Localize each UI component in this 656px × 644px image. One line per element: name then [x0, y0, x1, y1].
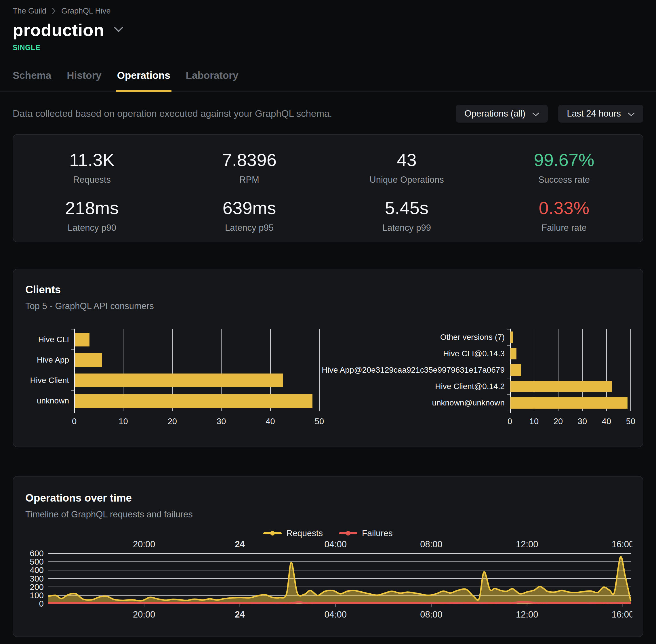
gridline — [319, 329, 320, 411]
x-axis-tick-label: 40 — [265, 417, 275, 426]
y-axis-tick-label: 400 — [30, 566, 44, 575]
stat-label: RPM — [171, 175, 328, 185]
stat-latency-p90: 218ms Latency p90 — [13, 198, 171, 233]
axis-tick — [507, 378, 510, 378]
operations-title: Operations over time — [25, 492, 631, 504]
page-header: The Guild GraphQL Hive production SINGLE — [0, 0, 656, 52]
period-filter-label: Last 24 hours — [567, 109, 621, 119]
stat-value: 639ms — [171, 198, 328, 218]
operations-toolbar: Data collected based on operation execut… — [13, 105, 643, 122]
tab-bar: Schema History Operations Laboratory — [0, 70, 656, 92]
bar-category-label: Hive Client@0.14.2 — [326, 378, 510, 394]
x-axis-bottom-label: 16:00 — [612, 610, 632, 620]
bar-category-label: Hive App@20e3129caa921c35e9979631e17a067… — [326, 362, 510, 378]
x-axis-tick-label: 50 — [626, 417, 635, 426]
bar — [75, 332, 90, 346]
chevron-down-icon — [532, 109, 539, 119]
chevron-down-icon — [628, 109, 635, 119]
requests-area — [48, 557, 631, 604]
bar — [510, 397, 628, 409]
x-axis-top-label: 20:00 — [133, 539, 155, 549]
bar-category-label: unknown@unknown — [326, 394, 510, 411]
bar — [510, 348, 516, 360]
stat-label: Unique Operations — [328, 175, 485, 185]
period-filter-dropdown[interactable]: Last 24 hours — [558, 105, 643, 122]
stat-value: 218ms — [13, 198, 171, 218]
x-axis-tick-label: 20 — [554, 417, 563, 426]
failures-line — [48, 602, 631, 603]
x-axis-tick-label: 50 — [315, 417, 324, 426]
marker-dot — [270, 531, 275, 535]
tab-history[interactable]: History — [67, 70, 101, 92]
stat-value: 99.67% — [485, 150, 643, 170]
x-axis-top-label: 04:00 — [324, 539, 347, 549]
page-title: production — [13, 20, 104, 40]
x-axis-tick-label: 30 — [217, 417, 226, 426]
stat-failure-rate: 0.33% Failure rate — [485, 198, 643, 233]
target-selector[interactable]: production — [13, 20, 643, 40]
marker-dot — [346, 531, 350, 535]
y-axis-tick-label: 600 — [30, 549, 44, 558]
x-axis-tick-label: 10 — [530, 417, 539, 426]
bar-chart-plot — [74, 329, 319, 411]
clients-subtitle: Top 5 - GraphQL API consumers — [25, 301, 631, 312]
bar-category-label: Hive Client — [25, 370, 74, 390]
axis-tick — [507, 345, 510, 346]
breadcrumb-org-link[interactable]: The Guild — [13, 7, 46, 16]
target-type-badge: SINGLE — [13, 43, 643, 52]
legend-item-requests[interactable]: Requests — [263, 528, 323, 538]
axis-tick — [71, 370, 74, 370]
axis-tick — [71, 349, 74, 350]
stat-label: Failure rate — [485, 223, 643, 233]
stat-value: 0.33% — [485, 198, 643, 218]
stat-label: Latency p95 — [171, 223, 328, 233]
operations-subtitle: Timeline of GraphQL requests and failure… — [25, 509, 631, 520]
x-axis-labels: 01020304050 — [510, 415, 631, 428]
breadcrumb-project-link[interactable]: GraphQL Hive — [61, 7, 111, 16]
y-axis-tick-label: 200 — [30, 582, 44, 592]
stat-value: 11.3K — [13, 150, 171, 170]
tab-schema[interactable]: Schema — [13, 70, 51, 92]
x-axis-tick-label: 20 — [168, 417, 177, 426]
legend-item-failures[interactable]: Failures — [339, 528, 393, 538]
bar-category-label: Hive CLI — [25, 329, 74, 350]
y-axis-tick-label: 500 — [30, 557, 44, 566]
stats-panel: 11.3K Requests 7.8396 RPM 43 Unique Oper… — [13, 134, 643, 242]
bar-chart-plot — [510, 329, 631, 411]
x-axis-top-label: 16:00 — [612, 539, 632, 549]
stat-requests: 11.3K Requests — [13, 150, 171, 185]
failures-series-marker-icon — [339, 532, 357, 534]
clients-title: Clients — [25, 284, 631, 296]
x-axis-tick-label: 30 — [578, 417, 587, 426]
timeline-svg: 010020030040050060020:0020:00242404:0004… — [25, 539, 632, 622]
axis-tick — [71, 411, 74, 411]
tab-operations[interactable]: Operations — [117, 70, 170, 92]
axis-tick — [507, 411, 510, 411]
filters: Operations (all) Last 24 hours — [456, 105, 643, 122]
bar — [510, 381, 612, 392]
x-axis-tick-label: 0 — [72, 417, 76, 426]
bar-category-label: Other versions (7) — [326, 329, 510, 346]
axis-tick — [71, 390, 74, 391]
bar-category-label: unknown — [25, 390, 74, 411]
bar-category-label: Hive CLI@0.14.3 — [326, 346, 510, 362]
bar-category-label: Hive App — [25, 350, 74, 370]
stat-value: 5.45s — [328, 198, 485, 218]
tab-laboratory[interactable]: Laboratory — [186, 70, 238, 92]
timeline-legend: Requests Failures — [25, 528, 631, 538]
operations-filter-label: Operations (all) — [464, 109, 525, 119]
bar — [510, 331, 513, 343]
stat-latency-p99: 5.45s Latency p99 — [328, 198, 485, 233]
clients-by-name-bar-chart: Hive CLIHive AppHive Clientunknown010203… — [25, 329, 319, 428]
stat-unique-operations: 43 Unique Operations — [328, 150, 485, 185]
gridline — [630, 329, 631, 411]
clients-charts: Hive CLIHive AppHive Clientunknown010203… — [25, 329, 631, 428]
y-axis-tick-label: 0 — [39, 599, 44, 608]
operations-filter-dropdown[interactable]: Operations (all) — [456, 105, 548, 122]
bar-chart-labels: Hive CLIHive AppHive Clientunknown — [25, 329, 74, 411]
y-axis-tick-label: 100 — [30, 591, 44, 600]
stat-label: Success rate — [485, 175, 643, 185]
x-axis-tick-label: 0 — [508, 417, 512, 426]
y-axis-tick-label: 300 — [30, 574, 44, 583]
x-axis-bottom-label: 12:00 — [516, 610, 538, 620]
